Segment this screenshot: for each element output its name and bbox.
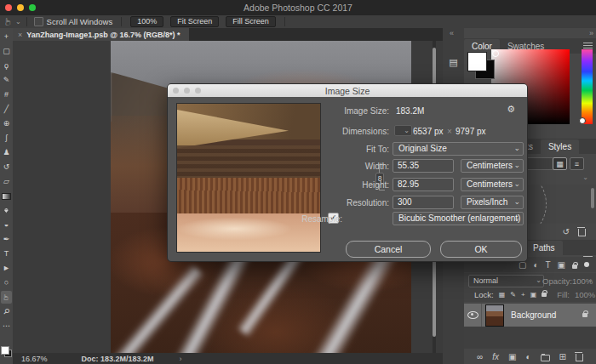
hue-slider-marker[interactable] bbox=[579, 117, 586, 124]
doc-size-readout: Doc: 183.2M/183.2M bbox=[82, 355, 154, 363]
eye-icon[interactable] bbox=[467, 311, 479, 319]
resolution-input[interactable]: 300 bbox=[393, 196, 454, 209]
blur-tool[interactable]: ♠ bbox=[1, 204, 12, 217]
delete-style-icon[interactable] bbox=[578, 229, 586, 236]
filter-smart-object-icon[interactable] bbox=[572, 264, 577, 269]
filter-type-layers-icon[interactable]: T bbox=[545, 260, 550, 270]
visibility-cell[interactable] bbox=[464, 304, 482, 327]
foreground-color-swatch-large[interactable] bbox=[467, 52, 487, 71]
document-tab[interactable]: × YanZhang-Image1.psb @ 16.7% (RGB/8*) * bbox=[13, 28, 189, 41]
lock-label-text: Lock: bbox=[474, 290, 494, 299]
tab-styles[interactable]: Styles bbox=[541, 139, 579, 154]
collapse-dock-icon[interactable]: » bbox=[589, 29, 593, 37]
new-layer-icon[interactable]: ⊞ bbox=[559, 352, 566, 361]
type-tool[interactable]: T bbox=[1, 247, 12, 260]
tools-palette: + ▢ ϙ ✎ # ╱ ⊕ ʃ ♟ ↺ ▱ ♠ ◒ ✒ T ► ○ ☞ ⚲ ⋯ bbox=[0, 28, 14, 364]
layer-name[interactable]: Background bbox=[511, 310, 556, 320]
fill-screen-button[interactable]: Fill Screen bbox=[226, 16, 276, 27]
blend-mode-dropdown[interactable]: Normal bbox=[468, 275, 544, 287]
lock-image-icon[interactable]: ✎ bbox=[510, 291, 516, 299]
history-brush-tool[interactable]: ↺ bbox=[1, 161, 12, 173]
more-tools-button[interactable]: ⋯ bbox=[1, 320, 12, 333]
hand-tool[interactable]: ☞ bbox=[1, 291, 12, 304]
gradient-icon bbox=[2, 193, 11, 200]
resample-method-dropdown[interactable]: Bicubic Smoother (enlargement) bbox=[393, 212, 524, 225]
brush-tool[interactable]: ʃ bbox=[1, 132, 12, 145]
ok-button[interactable]: OK bbox=[440, 241, 522, 258]
layer-thumbnail[interactable] bbox=[485, 304, 504, 327]
layer-mask-icon[interactable]: ▣ bbox=[508, 352, 516, 361]
fit-screen-button[interactable]: Fit Screen bbox=[170, 16, 219, 27]
marquee-tool[interactable]: ▢ bbox=[1, 45, 12, 58]
lock-position-icon[interactable]: + bbox=[521, 291, 525, 299]
zoom-level-field[interactable]: 16.67% bbox=[21, 355, 48, 363]
histogram-panel-icon[interactable]: ▤ bbox=[446, 55, 461, 70]
filter-adjustment-layers-icon[interactable]: ◐ bbox=[533, 260, 538, 270]
gradient-tool[interactable] bbox=[1, 190, 12, 202]
panel-scrollbar-handle[interactable] bbox=[591, 188, 594, 208]
dimensions-width-value: 6537 px bbox=[413, 127, 444, 136]
lasso-tool[interactable]: ϙ bbox=[1, 60, 12, 72]
adjustment-layer-icon[interactable]: ◐ bbox=[525, 352, 530, 361]
clone-stamp-tool[interactable]: ♟ bbox=[1, 146, 12, 159]
width-input[interactable]: 55.35 bbox=[393, 159, 454, 173]
tool-options-bar: ☞ ⌄ Scroll All Windows 100% Fit Screen F… bbox=[0, 15, 596, 29]
quick-selection-tool[interactable]: ✎ bbox=[1, 74, 12, 87]
close-tab-icon[interactable]: × bbox=[18, 31, 22, 39]
blend-mode-row: Normal Opacity: 100% ⌄ bbox=[464, 273, 596, 287]
lock-all-icon[interactable] bbox=[542, 293, 547, 297]
dimensions-unit-dropdown[interactable] bbox=[394, 125, 412, 136]
dodge-tool[interactable]: ◒ bbox=[1, 219, 12, 231]
scroll-all-windows-checkbox[interactable] bbox=[34, 17, 43, 26]
dimensions-height-value: 9797 px bbox=[456, 127, 486, 136]
status-bar: 16.67% Doc: 183.2M/183.2M › bbox=[13, 353, 443, 364]
hue-slider[interactable] bbox=[582, 49, 593, 124]
lock-artboard-icon[interactable]: ▣ bbox=[530, 291, 537, 299]
cancel-button[interactable]: Cancel bbox=[346, 241, 431, 258]
color-picker-marker[interactable] bbox=[492, 50, 499, 57]
spot-healing-tool[interactable]: ⊕ bbox=[1, 117, 12, 130]
dialog-options-gear-icon[interactable]: ⚙ bbox=[507, 104, 515, 115]
chevron-down-icon[interactable]: ⌄ bbox=[587, 276, 593, 283]
delete-layer-icon[interactable] bbox=[576, 354, 583, 361]
image-size-label: Image Size: bbox=[321, 106, 389, 116]
image-preview[interactable] bbox=[176, 103, 321, 253]
height-unit-dropdown[interactable]: Centimeters bbox=[461, 178, 524, 191]
fill-label: Fill: bbox=[557, 290, 570, 299]
eyedropper-tool[interactable]: ╱ bbox=[1, 103, 12, 116]
revert-style-icon[interactable]: ↺ bbox=[563, 227, 570, 236]
eraser-tool[interactable]: ▱ bbox=[1, 175, 12, 188]
tab-paths[interactable]: Paths bbox=[525, 241, 563, 255]
filter-toggle-icon[interactable] bbox=[584, 262, 589, 267]
photoshop-window: Adobe Photoshop CC 2017 ☞ ⌄ Scroll All W… bbox=[0, 0, 596, 364]
layer-lock-icon[interactable] bbox=[582, 313, 587, 317]
pen-tool[interactable]: ✒ bbox=[1, 233, 12, 246]
shape-tool[interactable]: ○ bbox=[1, 276, 12, 289]
width-unit-dropdown[interactable]: Centimeters bbox=[461, 159, 524, 173]
chevron-down-icon[interactable]: ⌄ bbox=[582, 173, 588, 183]
collapse-panels-icon[interactable]: « bbox=[450, 29, 454, 37]
list-view-button[interactable]: ≡ bbox=[570, 157, 584, 170]
panel-menu-icon[interactable] bbox=[583, 43, 593, 49]
link-layers-icon[interactable]: ∞ bbox=[477, 352, 483, 361]
chevron-down-icon[interactable]: ⌄ bbox=[15, 18, 21, 26]
crop-tool[interactable]: # bbox=[1, 88, 12, 101]
new-group-icon[interactable] bbox=[541, 355, 550, 361]
lock-transparent-icon[interactable]: ▦ bbox=[499, 291, 506, 299]
fill-value[interactable]: 100% bbox=[575, 290, 595, 299]
fit-to-dropdown[interactable]: Original Size bbox=[393, 142, 524, 156]
resolution-unit-dropdown[interactable]: Pixels/Inch bbox=[461, 196, 524, 209]
filter-shape-layers-icon[interactable]: ▣ bbox=[558, 260, 565, 270]
fit-to-label: Fit To: bbox=[321, 145, 389, 154]
height-input[interactable]: 82.95 bbox=[393, 178, 454, 191]
layer-style-fx-icon[interactable]: fx bbox=[492, 352, 499, 361]
zoom-tool[interactable]: ⚲ bbox=[1, 305, 12, 318]
path-selection-tool[interactable]: ► bbox=[1, 262, 12, 275]
layer-row-background[interactable]: Background bbox=[464, 304, 596, 327]
grid-view-button[interactable]: ▦ bbox=[553, 157, 567, 170]
status-chevron-icon[interactable]: › bbox=[180, 355, 182, 363]
move-tool[interactable]: + bbox=[1, 31, 12, 43]
zoom-100-button[interactable]: 100% bbox=[130, 16, 163, 27]
foreground-color-swatch[interactable] bbox=[1, 346, 9, 355]
dialog-titlebar[interactable]: Image Size bbox=[168, 84, 527, 97]
